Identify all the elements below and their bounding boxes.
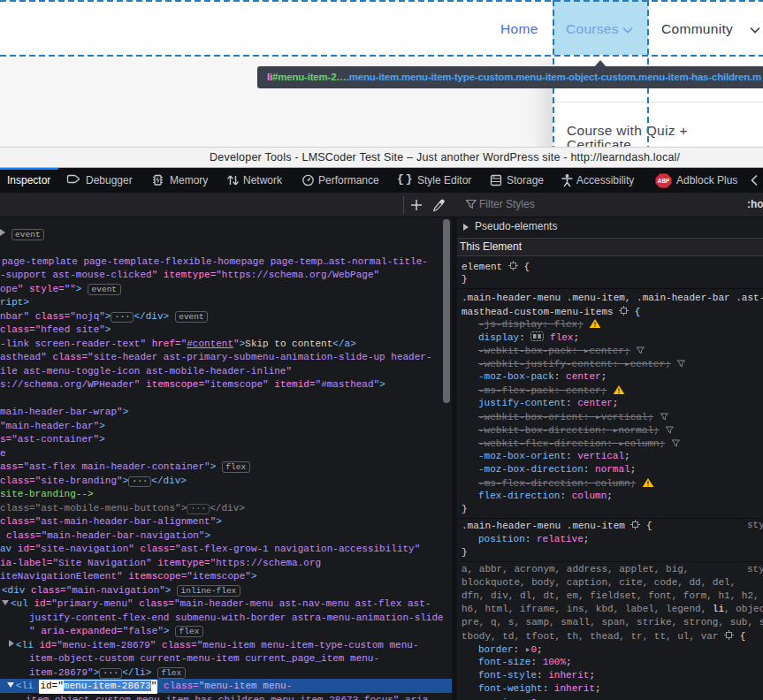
svg-text:ABP: ABP	[658, 178, 669, 184]
